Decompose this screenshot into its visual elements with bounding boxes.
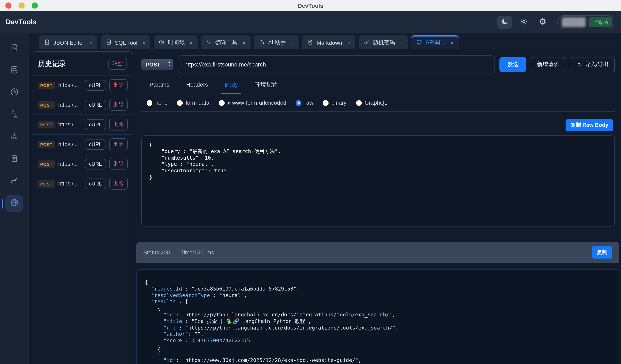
file-code-icon	[44, 39, 50, 46]
body-type-raw[interactable]: raw	[296, 100, 313, 106]
copy-curl-button[interactable]: cURL	[85, 178, 106, 189]
tab-sql-tool[interactable]: SQL Tool×	[101, 35, 150, 49]
delete-history-button[interactable]: 删除	[109, 119, 128, 131]
tab-password[interactable]: 随机密码×	[358, 35, 408, 49]
delete-history-button[interactable]: 删除	[109, 158, 128, 170]
delete-history-button[interactable]: 删除	[109, 79, 128, 91]
response-body[interactable]: { "requestId": "ac73a85b6199aefa1a6bddaf…	[145, 279, 611, 364]
close-icon[interactable]: ×	[291, 40, 294, 46]
settings-button[interactable]: ⚙	[535, 15, 550, 29]
tool-sidebar: 文A	[0, 33, 29, 364]
response-body-box[interactable]: { "requestId": "ac73a85b6199aefa1a6bddaf…	[136, 269, 619, 364]
delete-history-button[interactable]: 删除	[109, 99, 128, 111]
database-icon	[105, 39, 111, 46]
license-activated-badge: 已激活	[588, 17, 612, 27]
clear-history-button[interactable]: 清空	[108, 58, 127, 70]
radio-icon	[219, 100, 225, 106]
body-type-form-data[interactable]: form-data	[177, 100, 209, 106]
request-body-editor[interactable]: { "query": "最新的 exa AI search 使用方法", "nu…	[141, 135, 615, 227]
delete-history-button[interactable]: 删除	[109, 178, 128, 190]
close-icon[interactable]: ×	[450, 40, 454, 46]
history-url: https:/...	[58, 102, 82, 108]
body-type-none[interactable]: none	[147, 100, 168, 106]
send-button[interactable]: 发送	[500, 57, 526, 72]
copy-curl-button[interactable]: cURL	[85, 159, 106, 169]
history-row[interactable]: POST https:/... cURL 删除	[32, 174, 133, 193]
sidebar-item-translate[interactable]: 文A	[5, 107, 23, 123]
radio-selected-icon	[296, 100, 301, 106]
close-icon[interactable]: ×	[190, 40, 193, 46]
download-icon	[576, 61, 582, 68]
copy-raw-body-button[interactable]: 复制 Raw Body	[565, 119, 613, 131]
history-url: https:/...	[58, 82, 82, 88]
request-body[interactable]: { "query": "最新的 exa AI search 使用方法", "nu…	[149, 142, 607, 181]
tab-params[interactable]: Params	[149, 77, 170, 94]
close-icon[interactable]: ×	[400, 40, 403, 46]
theme-dark-button[interactable]	[497, 15, 512, 29]
method-badge: POST	[38, 180, 55, 187]
tab-translate[interactable]: 文A翻译工具×	[201, 35, 250, 49]
response-section: Status:200 Time:1500ms 复制 { "requestId":…	[136, 242, 619, 364]
history-row[interactable]: POST https:/... cURL 删除	[32, 115, 133, 134]
sidebar-item-markdown[interactable]	[5, 151, 23, 167]
copy-curl-button[interactable]: cURL	[85, 139, 106, 149]
method-badge: POST	[38, 121, 55, 128]
new-request-button[interactable]: 新增请求	[531, 57, 565, 72]
translate-icon: 文A	[206, 39, 212, 46]
tab-json-editor[interactable]: JSON Editor×	[39, 35, 97, 49]
body-type-binary[interactable]: binary	[323, 100, 347, 106]
history-row[interactable]: POST https:/... cURL 删除	[32, 134, 133, 154]
document-icon	[307, 39, 313, 46]
file-code-icon	[10, 43, 19, 54]
history-row[interactable]: POST https:/... cURL 删除	[32, 75, 133, 95]
history-panel: 历史记录 清空 POST https:/... cURL 删除	[32, 51, 133, 364]
tab-timestamp[interactable]: 时间戳×	[154, 35, 198, 49]
sidebar-item-sql-tool[interactable]	[5, 62, 23, 79]
url-input[interactable]	[178, 55, 495, 73]
method-badge: POST	[38, 141, 55, 148]
copy-response-button[interactable]: 复制	[592, 246, 612, 259]
tab-env-config[interactable]: 环境配置	[254, 77, 278, 94]
copy-curl-button[interactable]: cURL	[85, 119, 106, 130]
close-icon[interactable]: ×	[242, 40, 245, 46]
sidebar-item-password[interactable]	[5, 173, 23, 190]
sidebar-item-api-debug[interactable]	[5, 195, 23, 212]
sidebar-item-json-editor[interactable]	[5, 40, 23, 57]
tab-body[interactable]: Body	[224, 77, 239, 94]
tab-ai-assistant[interactable]: AI 助手×	[254, 35, 299, 49]
tab-headers[interactable]: Headers	[185, 77, 209, 94]
body-type-urlencoded[interactable]: x-www-form-urlencoded	[219, 100, 286, 106]
method-badge: POST	[38, 101, 55, 109]
close-icon[interactable]: ×	[89, 40, 92, 46]
clock-icon	[158, 39, 165, 46]
license-status[interactable]: 已激活	[557, 15, 614, 29]
request-tabs: Params Headers Body 环境配置	[141, 77, 615, 94]
copy-curl-button[interactable]: cURL	[85, 80, 106, 90]
minimize-window-button[interactable]	[18, 2, 25, 9]
method-badge: POST	[38, 82, 55, 89]
import-export-button[interactable]: 导入/导出	[570, 57, 615, 72]
svg-text:A: A	[14, 114, 17, 119]
sidebar-item-ai-assistant[interactable]	[5, 129, 23, 145]
devtools-window: DevTools DevTools ⚙	[0, 0, 621, 364]
method-select[interactable]: POST	[141, 59, 173, 70]
close-window-button[interactable]	[5, 2, 12, 9]
radio-icon	[323, 100, 328, 106]
tab-markdown[interactable]: Markdown×	[302, 35, 355, 49]
copy-curl-button[interactable]: cURL	[85, 99, 106, 110]
body-type-graphql[interactable]: GraphQL	[356, 100, 387, 106]
history-url: https:/...	[58, 141, 82, 147]
delete-history-button[interactable]: 删除	[109, 138, 128, 150]
active-indicator	[2, 199, 3, 208]
window-title: DevTools	[298, 2, 323, 9]
close-icon[interactable]: ×	[142, 40, 145, 46]
history-row[interactable]: POST https:/... cURL 删除	[32, 95, 133, 115]
history-url: https:/...	[58, 161, 82, 167]
sidebar-item-timestamp[interactable]	[5, 84, 23, 101]
zoom-window-button[interactable]	[32, 2, 38, 9]
theme-light-button[interactable]	[516, 15, 531, 29]
history-row[interactable]: POST https:/... cURL 删除	[32, 154, 133, 174]
close-icon[interactable]: ×	[347, 40, 350, 46]
tab-api-debug[interactable]: API调试×	[411, 35, 459, 49]
history-url: https:/...	[58, 121, 82, 128]
